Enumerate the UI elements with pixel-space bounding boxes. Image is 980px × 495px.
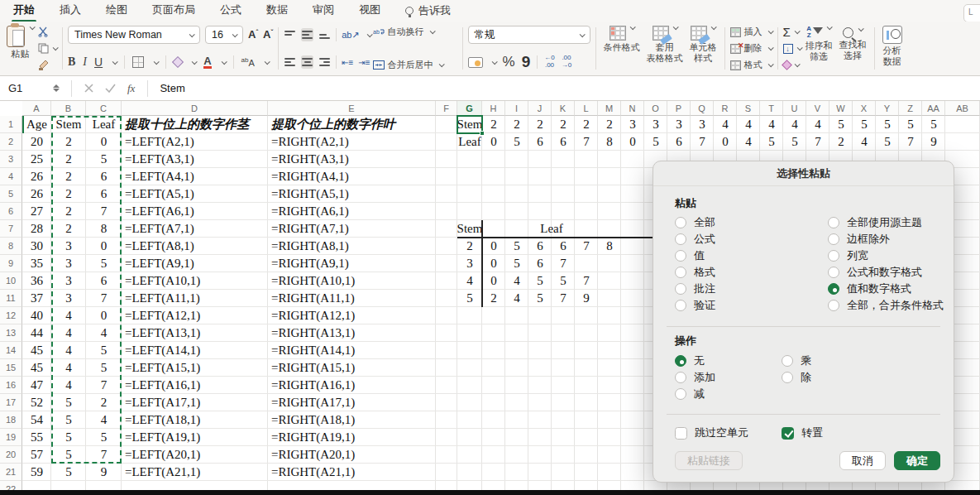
cell[interactable]: Stem [457,220,482,238]
shrink-font-button[interactable]: Aˇ [263,28,273,41]
column-header[interactable]: B [51,101,86,116]
tell-me-tab[interactable]: 告诉我 [405,3,451,18]
cell[interactable]: 52 [22,394,51,411]
cell[interactable]: =LEFT(A9,1) [122,255,268,272]
cell[interactable]: =LEFT(A16,1) [122,377,268,394]
cell[interactable]: 6 [528,255,552,272]
cell[interactable]: =LEFT(A3,1) [122,151,268,168]
cell[interactable]: 5 [829,116,853,133]
cell[interactable]: 提取十位上的数字作茎 [122,116,268,133]
cell[interactable]: 5 [899,116,922,133]
chevron-down-icon[interactable] [264,59,270,65]
row-header[interactable]: 4 [0,168,22,185]
cell[interactable]: =RIGHT(A10,1) [268,272,436,290]
row-header[interactable]: 21 [0,464,22,481]
column-header[interactable]: W [829,101,853,116]
cell[interactable]: 45 [22,342,51,359]
cell[interactable]: =LEFT(A14,1) [122,342,268,359]
radio-option[interactable]: 减 [675,386,766,402]
cell[interactable]: 57 [22,446,51,464]
row-header[interactable]: 11 [0,290,22,307]
row-header[interactable]: 15 [0,359,22,377]
column-header[interactable]: AA [922,101,945,116]
cell[interactable]: 4 [783,116,806,133]
format-as-table-button[interactable]: 套用 表格格式 [643,24,686,73]
fill-color-button[interactable] [172,56,184,68]
cell[interactable]: =RIGHT(A4,1) [268,168,436,185]
cell[interactable]: =RIGHT(A15,1) [268,359,436,377]
cell[interactable]: 6 [528,133,552,151]
column-header[interactable]: X [853,101,876,116]
name-box[interactable]: G1 [0,82,53,94]
cell[interactable]: =RIGHT(A8,1) [268,238,436,255]
radio-option[interactable]: 值 [675,248,815,264]
merge-center-button[interactable]: 合并后居中 [373,59,457,71]
cell[interactable]: =RIGHT(A11,1) [268,290,436,307]
column-header[interactable]: Q [691,101,714,116]
cell[interactable]: =LEFT(A2,1) [122,133,268,151]
cell[interactable]: 0 [621,133,644,151]
bold-button[interactable]: B [68,55,75,69]
ok-button[interactable]: 确定 [894,451,940,470]
column-header[interactable]: G [457,101,482,116]
column-header[interactable]: V [806,101,829,116]
cell[interactable]: 9 [922,133,945,151]
column-header[interactable]: P [667,101,691,116]
cell[interactable]: 3 [667,116,691,133]
chevron-down-icon[interactable] [112,59,118,65]
cell[interactable]: 26 [22,185,51,203]
cell[interactable]: 4 [505,290,528,307]
cell[interactable]: 0 [482,272,505,290]
cell[interactable]: =RIGHT(A13,1) [268,324,436,342]
cell[interactable]: 4 [806,116,829,133]
orientation-button[interactable]: ab↗ [342,30,359,41]
radio-option[interactable]: 值和数字格式 [828,281,952,297]
radio-option[interactable]: 无 [675,353,766,369]
ribbon-tab[interactable]: 绘图 [106,0,127,22]
cell[interactable]: 5 [876,133,899,151]
cell[interactable]: 7 [899,133,922,151]
column-header[interactable]: H [482,101,505,116]
cell[interactable]: 37 [22,290,51,307]
row-header[interactable]: 22 [0,481,22,490]
row-header[interactable]: 3 [0,151,22,168]
radio-option[interactable]: 格式 [675,264,815,281]
column-header[interactable]: K [552,101,575,116]
cell[interactable]: 2 [505,116,528,133]
cell[interactable]: 3 [457,255,482,272]
ribbon-tab[interactable]: 视图 [359,0,380,22]
cell[interactable]: 26 [22,168,51,185]
align-right-button[interactable] [318,55,331,69]
cell[interactable]: 3 [691,116,714,133]
chevron-down-icon[interactable] [154,59,160,65]
borders-button[interactable] [132,56,144,68]
radio-option[interactable]: 边框除外 [828,231,952,248]
radio-option[interactable]: 全部使用源主题 [828,214,952,231]
align-top-button[interactable] [284,28,296,41]
cell[interactable]: 36 [22,272,51,290]
cell[interactable]: 4 [737,116,760,133]
cancel-entry-icon[interactable] [84,84,93,93]
cell[interactable]: 44 [22,324,51,342]
name-box-stepper[interactable] [53,84,60,92]
column-header[interactable]: D [122,101,268,116]
cell[interactable]: 28 [22,220,51,238]
column-header[interactable]: L [575,101,598,116]
radio-option[interactable]: 除 [782,369,872,386]
radio-option[interactable]: 验证 [675,297,815,314]
cell[interactable]: 2 [829,133,853,151]
cell[interactable]: =LEFT(A7,1) [122,220,268,238]
row-header[interactable]: 6 [0,203,22,220]
cell[interactable]: 2 [482,116,505,133]
radio-option[interactable]: 公式 [675,231,815,248]
align-left-button[interactable] [284,55,296,69]
cell[interactable]: 5 [528,290,552,307]
cell[interactable]: 4 [505,272,528,290]
cell[interactable]: 5 [783,133,806,151]
cell[interactable]: 5 [853,116,876,133]
cell[interactable]: 0 [714,133,737,151]
cell[interactable]: =LEFT(A12,1) [122,307,268,324]
format-painter-button[interactable] [38,59,57,71]
formula-bar-value[interactable]: Stem [160,82,184,94]
column-header[interactable]: AB [945,101,980,116]
